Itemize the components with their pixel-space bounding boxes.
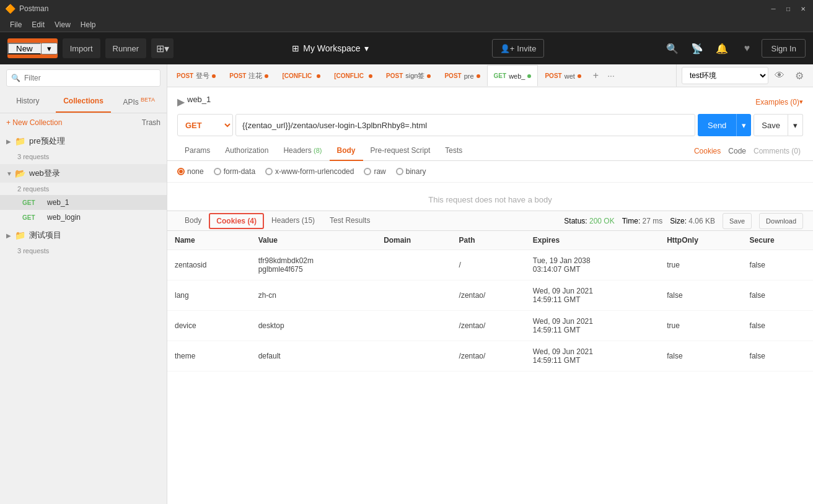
notification-icon-button[interactable]: 🔔 [712, 38, 732, 58]
new-tab-button[interactable]: + [588, 70, 604, 81]
tab-method-label: [CONFLIC [334, 72, 364, 79]
layout-button[interactable]: ⊞▾ [151, 38, 174, 58]
sidebar: 🔍 History Collections APIs BETA + New Co… [0, 64, 167, 504]
collection-count-web: 2 requests [0, 183, 167, 195]
body-option-urlencoded[interactable]: x-www-form-urlencoded [265, 167, 354, 176]
tab-post-sign[interactable]: POST sign签 [379, 65, 437, 86]
table-row: themedefault/zentao/Wed, 09 Jun 2021 14:… [167, 341, 813, 371]
collection-header-test[interactable]: ▶ 📁 测试项目 [0, 226, 167, 245]
workspace-selector[interactable]: ⊞ My Workspace ▾ [292, 43, 368, 53]
sub-tab-params[interactable]: Params [177, 141, 218, 161]
tab-post-zhuhua[interactable]: POST 注花 [222, 65, 275, 86]
option-label: x-www-form-urlencoded [275, 167, 354, 176]
cookies-link[interactable]: Cookies [692, 142, 723, 160]
collection-header-pre[interactable]: ▶ 📁 pre预处理 [0, 132, 167, 150]
sub-tab-body[interactable]: Body [330, 141, 363, 161]
invite-button[interactable]: 👤+ Invite [492, 39, 545, 58]
cell-expires: Wed, 09 Jun 2021 14:59:11 GMT [525, 280, 659, 311]
tab-collections[interactable]: Collections [56, 92, 112, 113]
no-body-message: This request does not have a body [167, 183, 813, 211]
option-label: none [187, 167, 204, 176]
request-item-web1[interactable]: GET web_1 [0, 195, 167, 210]
workspace-grid-icon: ⊞ [292, 43, 299, 53]
th-domain: Domain [376, 231, 451, 250]
menu-edit[interactable]: Edit [27, 20, 50, 29]
more-tabs-button[interactable]: ··· [604, 71, 618, 80]
tab-apis[interactable]: APIs BETA [111, 92, 167, 113]
heart-icon-button[interactable]: ♥ [737, 38, 757, 58]
tab-conflic1[interactable]: [CONFLIC [275, 65, 327, 86]
cell-name: lang [167, 280, 251, 311]
body-option-formdata[interactable]: form-data [214, 167, 255, 176]
trash-button[interactable]: Trash [142, 118, 160, 127]
cell-domain [376, 311, 451, 341]
cell-domain [376, 250, 451, 280]
body-option-raw[interactable]: raw [364, 167, 385, 176]
search-icon: 🔍 [11, 74, 20, 82]
cell-httponly: false [659, 341, 742, 371]
tab-dot-icon [477, 74, 480, 78]
method-select[interactable]: GET POST PUT DELETE PATCH [177, 114, 233, 136]
tab-dot-icon [212, 74, 216, 78]
cell-name: theme [167, 341, 251, 371]
satellite-icon-button[interactable]: 📡 [687, 38, 707, 58]
resp-tab-test-results[interactable]: Test Results [322, 211, 377, 231]
code-link[interactable]: Code [726, 142, 749, 160]
save-dropdown-button[interactable]: ▾ [788, 114, 803, 136]
sub-tab-authorization[interactable]: Authorization [218, 141, 276, 161]
sidebar-search-input[interactable] [6, 69, 160, 87]
comments-link[interactable]: Comments (0) [751, 142, 803, 160]
env-selector[interactable]: test环境 [682, 67, 768, 84]
minimize-button[interactable]: ─ [768, 4, 778, 14]
tab-conflic2[interactable]: [CONFLIC [327, 65, 379, 86]
collection-header-web[interactable]: ▼ 📂 web登录 [0, 164, 167, 183]
resp-tab-body[interactable]: Body [177, 211, 209, 231]
body-option-binary[interactable]: binary [396, 167, 426, 176]
app-logo: 🔶 [5, 4, 15, 14]
tab-get-web[interactable]: GET web_ [487, 65, 538, 86]
sub-tab-tests[interactable]: Tests [437, 141, 470, 161]
radio-icon [265, 168, 273, 175]
tab-post-wet[interactable]: POST wet [538, 65, 587, 86]
cell-name: zentaosid [167, 250, 251, 280]
response-download-button[interactable]: Download [759, 213, 803, 229]
resp-tab-headers[interactable]: Headers (15) [264, 211, 322, 231]
maximize-button[interactable]: □ [783, 4, 793, 14]
collection-group-web: ▼ 📂 web登录 2 requests GET web_1 GET web_l… [0, 164, 167, 225]
import-button[interactable]: Import [63, 38, 100, 58]
sign-in-button[interactable]: Sign In [762, 39, 805, 58]
env-gear-button[interactable]: ⚙ [791, 67, 808, 84]
cell-expires: Wed, 09 Jun 2021 14:59:11 GMT [525, 311, 659, 341]
menu-help[interactable]: Help [76, 20, 101, 29]
env-eye-button[interactable]: 👁 [771, 67, 788, 84]
resp-tab-cookies[interactable]: Cookies (4) [209, 213, 264, 229]
examples-link[interactable]: Examples (0) [755, 98, 799, 106]
request-item-weblogin[interactable]: GET web_login [0, 210, 167, 225]
response-status-bar: Status: 200 OK Time: 27 ms Size: 4.06 KB… [564, 213, 803, 229]
url-input[interactable] [235, 114, 695, 136]
time-value: 27 ms [643, 217, 663, 225]
time-label: Time: 27 ms [622, 217, 663, 225]
tab-post-pre[interactable]: POST pre [437, 65, 486, 86]
menu-view[interactable]: View [50, 20, 76, 29]
send-button[interactable]: Send [698, 114, 736, 136]
tab-dot-icon [369, 74, 372, 78]
response-save-button[interactable]: Save [723, 213, 752, 229]
sub-tab-headers[interactable]: Headers (8) [276, 141, 329, 161]
arrow-icon: ▼ [6, 170, 12, 177]
tab-post-dengao[interactable]: POST 登号 [170, 65, 222, 86]
send-dropdown-button[interactable]: ▾ [736, 114, 751, 136]
runner-button[interactable]: Runner [105, 38, 147, 58]
close-button[interactable]: ✕ [798, 4, 808, 14]
cell-expires: Tue, 19 Jan 2038 03:14:07 GMT [525, 250, 659, 280]
sub-tab-prerequest[interactable]: Pre-request Script [363, 141, 438, 161]
menu-file[interactable]: File [5, 20, 27, 29]
save-button[interactable]: Save [754, 114, 788, 136]
search-icon-button[interactable]: 🔍 [662, 38, 682, 58]
tab-history[interactable]: History [0, 92, 56, 113]
new-button[interactable]: New [7, 43, 41, 54]
new-dropdown-button[interactable]: ▾ [41, 43, 58, 54]
new-collection-button[interactable]: + New Collection [6, 118, 62, 127]
tab-label: pre [464, 72, 474, 80]
body-option-none[interactable]: none [177, 167, 204, 176]
